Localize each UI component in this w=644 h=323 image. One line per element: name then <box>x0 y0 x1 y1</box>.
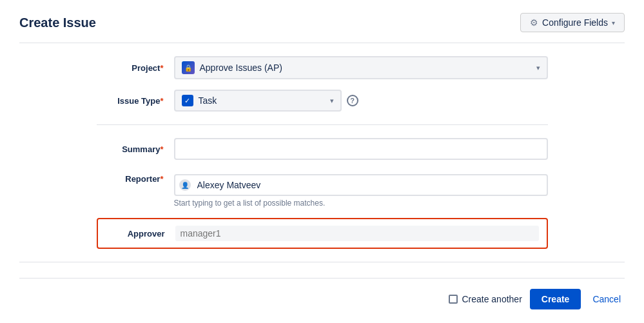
task-icon: ✓ <box>182 95 193 106</box>
project-icon: 🔒 <box>182 61 195 74</box>
create-issue-dialog: Create Issue ⚙ Configure Fields ▾ Projec… <box>0 0 644 323</box>
dialog-header: Create Issue ⚙ Configure Fields ▾ <box>19 13 625 43</box>
issue-type-field: ✓ Task ▾ ? <box>174 90 548 112</box>
approver-label: Approver <box>106 229 175 239</box>
reporter-required-star: * <box>160 174 163 184</box>
project-row: Project* 🔒 Approve Issues (AP) ▾ <box>97 56 548 79</box>
dialog-title: Create Issue <box>19 15 96 30</box>
summary-row: Summary* <box>97 138 548 160</box>
project-select[interactable]: 🔒 Approve Issues (AP) ▾ <box>174 56 548 79</box>
approver-row: Approver <box>97 218 548 249</box>
help-icon[interactable]: ? <box>347 95 358 106</box>
reporter-input[interactable] <box>174 174 548 196</box>
create-button[interactable]: Create <box>530 289 581 309</box>
configure-fields-label: Configure Fields <box>542 17 608 28</box>
section-divider <box>97 124 548 125</box>
dialog-footer: Create another Create Cancel <box>19 278 625 309</box>
project-label: Project* <box>97 63 174 73</box>
reporter-field: 👤 Start typing to get a list of possible… <box>174 174 548 208</box>
issue-type-chevron-icon: ▾ <box>330 97 334 105</box>
summary-label: Summary* <box>97 144 174 154</box>
issue-type-select[interactable]: ✓ Task ▾ <box>174 90 342 112</box>
cancel-button[interactable]: Cancel <box>589 289 625 309</box>
issue-type-label: Issue Type* <box>97 96 174 106</box>
issue-type-required-star: * <box>160 96 163 106</box>
create-another-label: Create another <box>462 294 522 304</box>
create-another-checkbox[interactable] <box>449 295 458 304</box>
create-another-wrapper: Create another <box>449 294 522 304</box>
project-chevron-icon: ▾ <box>536 64 540 72</box>
form-body: Project* 🔒 Approve Issues (AP) ▾ Issue T… <box>97 56 548 249</box>
reporter-hint: Start typing to get a list of possible m… <box>174 199 548 208</box>
approver-input[interactable] <box>175 226 539 241</box>
issue-type-value: Task <box>199 95 325 106</box>
summary-required-star: * <box>160 144 163 154</box>
issue-type-row: Issue Type* ✓ Task ▾ ? <box>97 90 548 112</box>
chevron-down-icon: ▾ <box>612 19 615 26</box>
footer-divider <box>19 262 625 262</box>
project-field: 🔒 Approve Issues (AP) ▾ <box>174 56 548 79</box>
summary-field <box>174 138 548 160</box>
reporter-wrapper: 👤 <box>174 174 548 196</box>
reporter-row: Reporter* 👤 Start typing to get a list o… <box>97 170 548 208</box>
gear-icon: ⚙ <box>530 17 538 28</box>
summary-input[interactable] <box>174 138 548 160</box>
reporter-label: Reporter* <box>97 174 174 184</box>
project-required-star: * <box>160 63 163 73</box>
project-value: Approve Issues (AP) <box>200 63 531 73</box>
reporter-avatar: 👤 <box>179 179 191 191</box>
configure-fields-button[interactable]: ⚙ Configure Fields ▾ <box>520 13 625 32</box>
issue-type-wrapper: ✓ Task ▾ ? <box>174 90 548 112</box>
